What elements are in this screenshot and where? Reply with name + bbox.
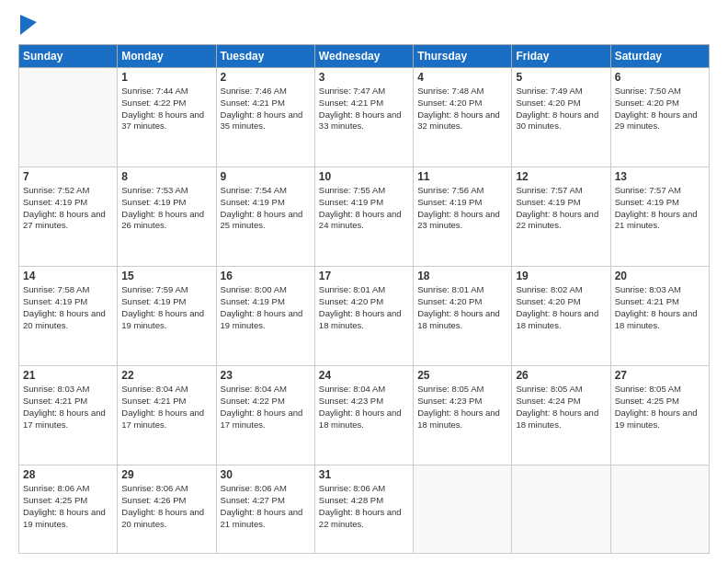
day-info: Sunrise: 8:03 AMSunset: 4:21 PMDaylight:…: [23, 384, 113, 431]
calendar-day-cell: 22Sunrise: 8:04 AMSunset: 4:21 PMDayligh…: [118, 366, 216, 465]
day-info: Sunrise: 8:02 AMSunset: 4:20 PMDaylight:…: [516, 284, 606, 331]
calendar-day-cell: 11Sunrise: 7:56 AMSunset: 4:19 PMDayligh…: [414, 167, 512, 267]
day-info: Sunrise: 7:57 AMSunset: 4:19 PMDaylight:…: [615, 185, 705, 232]
calendar-header-row: SundayMondayTuesdayWednesdayThursdayFrid…: [19, 45, 710, 68]
day-info: Sunrise: 8:01 AMSunset: 4:20 PMDaylight:…: [319, 284, 409, 331]
day-number: 28: [23, 468, 113, 481]
calendar-day-cell: 5Sunrise: 7:49 AMSunset: 4:20 PMDaylight…: [512, 68, 610, 167]
day-number: 26: [516, 369, 606, 382]
calendar-day-cell: 31Sunrise: 8:06 AMSunset: 4:28 PMDayligh…: [314, 465, 413, 554]
day-info: Sunrise: 8:06 AMSunset: 4:27 PMDaylight:…: [221, 483, 311, 530]
calendar-day-cell: [414, 465, 512, 554]
day-info: Sunrise: 8:06 AMSunset: 4:25 PMDaylight:…: [23, 483, 113, 530]
day-info: Sunrise: 7:49 AMSunset: 4:20 PMDaylight:…: [516, 86, 606, 132]
day-number: 30: [221, 468, 311, 481]
calendar-header-thursday: Thursday: [414, 45, 512, 68]
calendar-day-cell: 1Sunrise: 7:44 AMSunset: 4:22 PMDaylight…: [118, 68, 216, 167]
day-info: Sunrise: 8:05 AMSunset: 4:25 PMDaylight:…: [615, 384, 705, 431]
calendar-header-tuesday: Tuesday: [216, 45, 314, 68]
calendar-day-cell: 16Sunrise: 8:00 AMSunset: 4:19 PMDayligh…: [216, 267, 314, 366]
day-number: 27: [615, 369, 705, 382]
logo-icon: [20, 15, 37, 35]
day-number: 19: [516, 270, 606, 282]
calendar-header-sunday: Sunday: [19, 45, 118, 68]
day-info: Sunrise: 8:05 AMSunset: 4:24 PMDaylight:…: [516, 384, 606, 431]
calendar-week-5: 28Sunrise: 8:06 AMSunset: 4:25 PMDayligh…: [19, 465, 710, 554]
calendar-day-cell: 28Sunrise: 8:06 AMSunset: 4:25 PMDayligh…: [19, 465, 118, 554]
calendar-day-cell: 30Sunrise: 8:06 AMSunset: 4:27 PMDayligh…: [216, 465, 314, 554]
calendar-header-monday: Monday: [118, 45, 216, 68]
day-info: Sunrise: 7:59 AMSunset: 4:19 PMDaylight:…: [121, 284, 211, 331]
day-info: Sunrise: 7:56 AMSunset: 4:19 PMDaylight:…: [417, 185, 507, 232]
day-number: 21: [23, 369, 113, 382]
calendar-day-cell: 17Sunrise: 8:01 AMSunset: 4:20 PMDayligh…: [314, 267, 413, 366]
calendar-day-cell: 18Sunrise: 8:01 AMSunset: 4:20 PMDayligh…: [414, 267, 512, 366]
calendar-week-1: 1Sunrise: 7:44 AMSunset: 4:22 PMDaylight…: [19, 68, 710, 167]
header: [18, 17, 710, 35]
day-info: Sunrise: 8:00 AMSunset: 4:19 PMDaylight:…: [221, 284, 311, 331]
calendar-day-cell: [610, 465, 709, 554]
calendar-day-cell: 23Sunrise: 8:04 AMSunset: 4:22 PMDayligh…: [216, 366, 314, 465]
calendar-day-cell: 21Sunrise: 8:03 AMSunset: 4:21 PMDayligh…: [19, 366, 118, 465]
day-info: Sunrise: 7:50 AMSunset: 4:20 PMDaylight:…: [615, 86, 705, 132]
calendar-day-cell: 3Sunrise: 7:47 AMSunset: 4:21 PMDaylight…: [314, 68, 413, 167]
calendar-day-cell: 13Sunrise: 7:57 AMSunset: 4:19 PMDayligh…: [610, 167, 709, 267]
calendar-day-cell: 15Sunrise: 7:59 AMSunset: 4:19 PMDayligh…: [118, 267, 216, 366]
calendar-day-cell: 9Sunrise: 7:54 AMSunset: 4:19 PMDaylight…: [216, 167, 314, 267]
day-number: 1: [121, 71, 211, 84]
calendar-day-cell: 8Sunrise: 7:53 AMSunset: 4:19 PMDaylight…: [118, 167, 216, 267]
day-info: Sunrise: 8:04 AMSunset: 4:23 PMDaylight:…: [319, 384, 409, 431]
day-info: Sunrise: 7:55 AMSunset: 4:19 PMDaylight:…: [319, 185, 409, 232]
day-number: 24: [319, 369, 409, 382]
day-number: 4: [417, 71, 507, 84]
calendar-day-cell: 27Sunrise: 8:05 AMSunset: 4:25 PMDayligh…: [610, 366, 709, 465]
calendar-day-cell: 26Sunrise: 8:05 AMSunset: 4:24 PMDayligh…: [512, 366, 610, 465]
day-number: 22: [121, 369, 211, 382]
calendar-week-2: 7Sunrise: 7:52 AMSunset: 4:19 PMDaylight…: [19, 167, 710, 267]
day-number: 2: [221, 71, 311, 84]
calendar-table: SundayMondayTuesdayWednesdayThursdayFrid…: [18, 44, 710, 554]
calendar-day-cell: 14Sunrise: 7:58 AMSunset: 4:19 PMDayligh…: [19, 267, 118, 366]
day-number: 16: [221, 270, 311, 282]
day-number: 31: [319, 468, 409, 481]
day-info: Sunrise: 8:04 AMSunset: 4:21 PMDaylight:…: [121, 384, 211, 431]
day-info: Sunrise: 8:04 AMSunset: 4:22 PMDaylight:…: [221, 384, 311, 431]
calendar-day-cell: 6Sunrise: 7:50 AMSunset: 4:20 PMDaylight…: [610, 68, 709, 167]
day-info: Sunrise: 7:48 AMSunset: 4:20 PMDaylight:…: [417, 86, 507, 132]
day-number: 3: [319, 71, 409, 84]
day-number: 29: [121, 468, 211, 481]
calendar-day-cell: 2Sunrise: 7:46 AMSunset: 4:21 PMDaylight…: [216, 68, 314, 167]
page: SundayMondayTuesdayWednesdayThursdayFrid…: [0, 0, 728, 563]
calendar-day-cell: 4Sunrise: 7:48 AMSunset: 4:20 PMDaylight…: [414, 68, 512, 167]
day-number: 12: [516, 170, 606, 183]
day-info: Sunrise: 8:01 AMSunset: 4:20 PMDaylight:…: [417, 284, 507, 331]
day-info: Sunrise: 8:05 AMSunset: 4:23 PMDaylight:…: [417, 384, 507, 431]
logo: [18, 17, 37, 35]
calendar-day-cell: 20Sunrise: 8:03 AMSunset: 4:21 PMDayligh…: [610, 267, 709, 366]
svg-marker-0: [20, 15, 37, 35]
day-number: 13: [615, 170, 705, 183]
day-info: Sunrise: 7:54 AMSunset: 4:19 PMDaylight:…: [221, 185, 311, 232]
day-number: 23: [221, 369, 311, 382]
calendar-week-4: 21Sunrise: 8:03 AMSunset: 4:21 PMDayligh…: [19, 366, 710, 465]
day-info: Sunrise: 8:06 AMSunset: 4:28 PMDaylight:…: [319, 483, 409, 530]
day-info: Sunrise: 7:58 AMSunset: 4:19 PMDaylight:…: [23, 284, 113, 331]
day-info: Sunrise: 7:53 AMSunset: 4:19 PMDaylight:…: [121, 185, 211, 232]
calendar-header-friday: Friday: [512, 45, 610, 68]
day-number: 14: [23, 270, 113, 282]
calendar-day-cell: 7Sunrise: 7:52 AMSunset: 4:19 PMDaylight…: [19, 167, 118, 267]
calendar-header-saturday: Saturday: [610, 45, 709, 68]
day-info: Sunrise: 7:57 AMSunset: 4:19 PMDaylight:…: [516, 185, 606, 232]
day-number: 10: [319, 170, 409, 183]
day-info: Sunrise: 7:47 AMSunset: 4:21 PMDaylight:…: [319, 86, 409, 132]
day-number: 11: [417, 170, 507, 183]
day-info: Sunrise: 7:52 AMSunset: 4:19 PMDaylight:…: [23, 185, 113, 232]
day-number: 7: [23, 170, 113, 183]
day-number: 15: [121, 270, 211, 282]
day-number: 25: [417, 369, 507, 382]
calendar-day-cell: 25Sunrise: 8:05 AMSunset: 4:23 PMDayligh…: [414, 366, 512, 465]
day-number: 8: [121, 170, 211, 183]
calendar-day-cell: 24Sunrise: 8:04 AMSunset: 4:23 PMDayligh…: [314, 366, 413, 465]
day-number: 9: [221, 170, 311, 183]
day-info: Sunrise: 8:03 AMSunset: 4:21 PMDaylight:…: [615, 284, 705, 331]
